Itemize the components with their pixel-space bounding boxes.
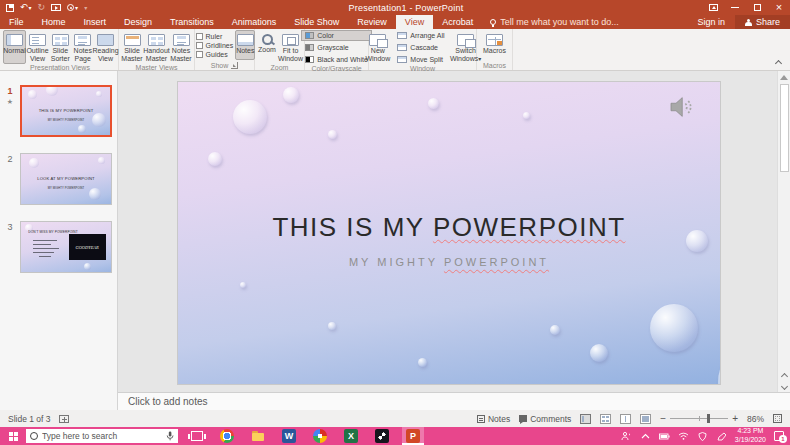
notes-page-button[interactable]: Notes Page [72, 30, 95, 64]
zoom-in-button[interactable] [732, 413, 738, 424]
tab-transitions[interactable]: Transitions [161, 15, 223, 29]
tab-file[interactable]: File [0, 15, 33, 29]
taskbar-app-word[interactable] [278, 427, 300, 445]
cascade-button[interactable]: Cascade [393, 42, 448, 53]
taskbar-search[interactable] [26, 429, 178, 443]
notes-button[interactable]: Notes [235, 30, 255, 60]
tab-review[interactable]: Review [348, 15, 396, 29]
tab-insert[interactable]: Insert [75, 15, 116, 29]
customize-quick-access-toolbar-icon[interactable] [84, 5, 87, 11]
search-input[interactable] [42, 431, 162, 441]
ruler-checkbox[interactable]: Ruler [196, 33, 234, 40]
black-and-white-button[interactable]: Black and White [301, 54, 372, 65]
comments-toggle-button[interactable]: Comments [519, 414, 571, 424]
notes-master-button[interactable]: Notes Master [169, 30, 193, 64]
slide-subtitle[interactable]: MY MIGHTY POWERPOINT [178, 256, 720, 268]
taskbar-app-powerpoint[interactable] [402, 427, 424, 445]
slide-sorter-icon [602, 416, 609, 422]
microphone-icon[interactable] [166, 431, 174, 441]
save-icon[interactable] [6, 4, 14, 12]
guides-checkbox[interactable]: Guides [196, 51, 234, 58]
slide-3-thumbnail[interactable]: DON'T MISS MY POWERPOINT GOODYEAR [20, 221, 112, 273]
start-from-beginning-icon[interactable] [51, 4, 61, 11]
taskbar-app-chrome[interactable] [216, 427, 238, 445]
slide-show-icon [642, 416, 649, 422]
next-slide-button[interactable] [781, 383, 788, 388]
spell-check-icon[interactable] [59, 415, 69, 423]
notes-toggle-button[interactable]: Notes [477, 414, 510, 424]
tab-design[interactable]: Design [115, 15, 161, 29]
slide-show-shortcut-button[interactable] [640, 414, 651, 424]
minimize-button[interactable] [724, 0, 746, 15]
taskbar-app-file-explorer[interactable] [247, 427, 269, 445]
new-window-button[interactable]: New Window [364, 30, 391, 65]
scroll-up-arrow-icon[interactable] [780, 75, 788, 80]
reading-view-shortcut-button[interactable] [620, 414, 631, 424]
normal-view-shortcut-button[interactable] [580, 414, 591, 424]
zoom-level[interactable]: 86% [747, 414, 764, 424]
bubble-decoration [650, 304, 698, 352]
undo-icon[interactable]: ↶ [20, 3, 32, 12]
tab-animations[interactable]: Animations [223, 15, 286, 29]
macros-button[interactable]: Macros [481, 30, 509, 60]
share-button[interactable]: Share [735, 15, 790, 29]
taskbar-app-excel[interactable] [340, 427, 362, 445]
vertical-scrollbar[interactable] [777, 71, 790, 392]
ribbon-display-options-button[interactable] [702, 0, 724, 15]
reading-view-button[interactable]: Reading View [94, 30, 117, 64]
previous-slide-button[interactable] [781, 373, 788, 378]
notes-pane[interactable]: Click to add notes [118, 392, 790, 410]
action-center-icon[interactable]: 1 [774, 431, 784, 441]
zoom-slider[interactable] [670, 418, 728, 419]
color-button[interactable]: Color [301, 30, 372, 41]
battery-icon[interactable] [659, 431, 670, 442]
zoom-button[interactable]: Zoom [256, 30, 278, 64]
tab-acrobat[interactable]: Acrobat [433, 15, 482, 29]
taskbar-app-pinwheel[interactable] [309, 427, 331, 445]
shield-icon[interactable] [697, 431, 708, 442]
slide-1-thumbnail[interactable]: THIS IS MY POWERPOINT MY MIGHTY POWERPOI… [20, 85, 112, 137]
slide-title[interactable]: THIS IS MY POWERPOINT [178, 212, 720, 243]
close-button[interactable]: × [768, 0, 790, 15]
outline-view-button[interactable]: Outline View [26, 30, 49, 64]
show-dialog-launcher-icon[interactable] [231, 62, 238, 69]
hidden-icons-chevron-icon[interactable] [640, 431, 651, 442]
sign-in-button[interactable]: Sign in [687, 15, 735, 29]
wifi-icon[interactable] [678, 431, 689, 442]
grayscale-button[interactable]: Grayscale [301, 42, 372, 53]
slide-sorter-shortcut-button[interactable] [600, 414, 611, 424]
task-view-icon[interactable] [191, 431, 203, 441]
clock-time: 4:23 PM [735, 427, 766, 436]
taskbar-clock[interactable]: 4:23 PM 3/19/2020 [735, 427, 766, 445]
handout-master-button[interactable]: Handout Master [144, 30, 169, 64]
normal-view-button[interactable]: Normal [3, 30, 26, 64]
slide-master-button[interactable]: Slide Master [120, 30, 144, 64]
notification-badge: 1 [779, 435, 787, 443]
redo-icon[interactable]: ↻ [38, 3, 46, 12]
scrollbar-thumb[interactable] [780, 84, 789, 172]
thumbnail-3-picture: GOODYEAR [69, 234, 106, 260]
people-icon[interactable] [621, 431, 632, 442]
tab-view[interactable]: View [396, 15, 433, 29]
audio-icon[interactable] [666, 92, 696, 122]
zoom-out-button[interactable] [660, 413, 666, 424]
fit-to-window-button[interactable]: Fit to Window [278, 30, 303, 64]
slide-2-thumbnail[interactable]: LOOK AT MY POWERPOINT MY MIGHTY POWERPOI… [20, 153, 112, 205]
slide-sorter-button[interactable]: Slide Sorter [49, 30, 72, 64]
pen-icon[interactable] [716, 431, 727, 442]
collapse-ribbon-icon[interactable] [775, 59, 782, 66]
start-button[interactable] [0, 427, 26, 445]
tell-me-box[interactable]: Tell me what you want to do... [482, 15, 627, 29]
tab-home[interactable]: Home [33, 15, 75, 29]
fit-slide-to-window-button[interactable] [773, 414, 782, 423]
arrange-all-button[interactable]: Arrange All [393, 30, 448, 41]
zoom-slider-thumb[interactable] [707, 414, 710, 423]
gridlines-checkbox[interactable]: Gridlines [196, 42, 234, 49]
taskbar-app-dark[interactable] [371, 427, 393, 445]
black-and-white-icon [305, 56, 314, 63]
tab-slide-show[interactable]: Slide Show [285, 15, 348, 29]
touch-mouse-mode-icon[interactable] [67, 4, 78, 11]
restore-button[interactable] [746, 0, 768, 15]
slide-canvas[interactable]: THIS IS MY POWERPOINT MY MIGHTY POWERPOI… [178, 82, 720, 384]
move-split-button[interactable]: Move Split [393, 54, 448, 65]
